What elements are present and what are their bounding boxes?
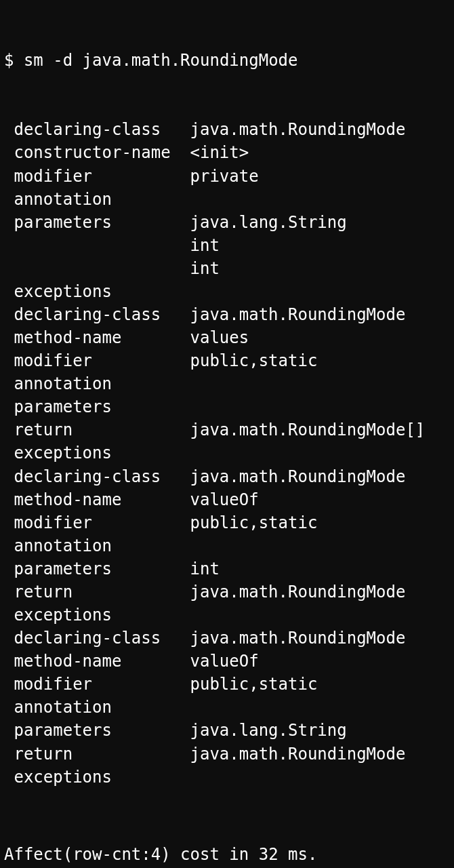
field-value: values bbox=[190, 326, 450, 349]
field-label: annotation bbox=[14, 372, 190, 395]
indent-space bbox=[4, 488, 14, 511]
field-label: declaring-class bbox=[14, 118, 190, 141]
field-value: java.math.RoundingMode bbox=[190, 465, 450, 488]
indent-space bbox=[4, 441, 14, 465]
field-value: java.math.RoundingMode bbox=[190, 743, 450, 766]
field-value: public,static bbox=[190, 349, 450, 372]
indent-space bbox=[4, 557, 14, 580]
field-label: method-name bbox=[14, 326, 190, 349]
indent-space bbox=[4, 418, 14, 441]
field-label: return bbox=[14, 743, 190, 766]
output-row: int bbox=[4, 234, 450, 257]
field-value: valueOf bbox=[190, 650, 450, 673]
field-value: java.math.RoundingMode bbox=[190, 118, 450, 141]
output-row: declaring-classjava.math.RoundingMode bbox=[4, 303, 450, 326]
indent-space bbox=[4, 118, 14, 141]
output-row: method-namevalueOf bbox=[4, 488, 450, 511]
output-row: parametersjava.lang.String bbox=[4, 211, 450, 234]
indent-space bbox=[4, 257, 14, 280]
indent-space bbox=[4, 395, 14, 418]
indent-space bbox=[4, 372, 14, 395]
indent-space bbox=[4, 766, 14, 789]
field-label: modifier bbox=[14, 165, 190, 188]
output-row: modifierpublic,static bbox=[4, 673, 450, 696]
field-label: annotation bbox=[14, 188, 190, 211]
field-label: parameters bbox=[14, 557, 190, 580]
field-label: return bbox=[14, 418, 190, 441]
field-value: int bbox=[190, 557, 450, 580]
output-row: declaring-classjava.math.RoundingMode bbox=[4, 465, 450, 488]
field-value bbox=[190, 766, 450, 789]
field-label: annotation bbox=[14, 696, 190, 719]
field-value bbox=[190, 604, 450, 627]
output-row: exceptions bbox=[4, 604, 450, 627]
indent-space bbox=[4, 627, 14, 650]
command-line[interactable]: $ sm -d java.math.RoundingMode bbox=[4, 49, 450, 72]
field-label: modifier bbox=[14, 349, 190, 372]
field-value bbox=[190, 188, 450, 211]
indent-space bbox=[4, 211, 14, 234]
field-label: modifier bbox=[14, 673, 190, 696]
field-label bbox=[14, 257, 190, 280]
indent-space bbox=[4, 303, 14, 326]
field-value bbox=[190, 372, 450, 395]
indent-space bbox=[4, 650, 14, 673]
field-label: exceptions bbox=[14, 280, 190, 303]
field-value bbox=[190, 534, 450, 557]
indent-space bbox=[4, 349, 14, 372]
command-text: sm -d java.math.RoundingMode bbox=[24, 51, 298, 70]
output-row: modifierpublic,static bbox=[4, 349, 450, 372]
field-label: parameters bbox=[14, 719, 190, 742]
indent-space bbox=[4, 326, 14, 349]
field-label: method-name bbox=[14, 488, 190, 511]
field-value: int bbox=[190, 257, 450, 280]
field-label: declaring-class bbox=[14, 465, 190, 488]
field-label: modifier bbox=[14, 511, 190, 534]
indent-space bbox=[4, 534, 14, 557]
field-value: valueOf bbox=[190, 488, 450, 511]
output-row: exceptions bbox=[4, 280, 450, 303]
field-label: parameters bbox=[14, 395, 190, 418]
indent-space bbox=[4, 188, 14, 211]
output-row: returnjava.math.RoundingMode bbox=[4, 743, 450, 766]
output-row: parametersjava.lang.String bbox=[4, 719, 450, 742]
indent-space bbox=[4, 673, 14, 696]
field-label: return bbox=[14, 580, 190, 604]
field-value: <init> bbox=[190, 141, 450, 164]
field-value: public,static bbox=[190, 511, 450, 534]
field-label: annotation bbox=[14, 534, 190, 557]
output-row: parameters bbox=[4, 395, 450, 418]
indent-space bbox=[4, 719, 14, 742]
output-row: modifierpublic,static bbox=[4, 511, 450, 534]
field-label: method-name bbox=[14, 650, 190, 673]
field-value bbox=[190, 280, 450, 303]
field-value bbox=[190, 696, 450, 719]
affect-footer: Affect(row-cnt:4) cost in 32 ms. bbox=[4, 843, 450, 866]
field-value: java.lang.String bbox=[190, 719, 450, 742]
output-row: annotation bbox=[4, 534, 450, 557]
field-label: exceptions bbox=[14, 766, 190, 789]
field-value: java.math.RoundingMode bbox=[190, 303, 450, 326]
field-label: declaring-class bbox=[14, 303, 190, 326]
field-label: exceptions bbox=[14, 604, 190, 627]
prompt-symbol: $ bbox=[4, 51, 14, 70]
output-row: int bbox=[4, 257, 450, 280]
field-label: constructor-name bbox=[14, 141, 190, 164]
output-row: exceptions bbox=[4, 766, 450, 789]
output-row: annotation bbox=[4, 372, 450, 395]
output-row: exceptions bbox=[4, 441, 450, 465]
output-row: constructor-name<init> bbox=[4, 141, 450, 164]
field-value: java.math.RoundingMode bbox=[190, 627, 450, 650]
output-row: returnjava.math.RoundingMode bbox=[4, 580, 450, 604]
field-value: int bbox=[190, 234, 450, 257]
terminal-output: $ sm -d java.math.RoundingMode declaring… bbox=[0, 0, 454, 868]
field-value bbox=[190, 395, 450, 418]
indent-space bbox=[4, 234, 14, 257]
field-label: exceptions bbox=[14, 441, 190, 465]
indent-space bbox=[4, 696, 14, 719]
output-row: method-namevalues bbox=[4, 326, 450, 349]
field-value: java.math.RoundingMode bbox=[190, 580, 450, 604]
output-row: parametersint bbox=[4, 557, 450, 580]
indent-space bbox=[4, 511, 14, 534]
indent-space bbox=[4, 580, 14, 604]
